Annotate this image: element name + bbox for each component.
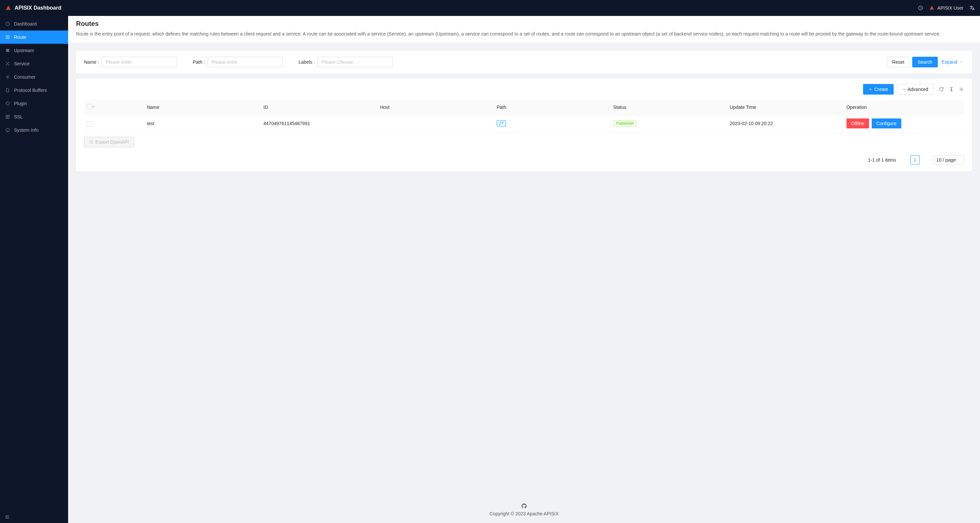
advanced-label: Advanced xyxy=(908,87,928,92)
help-icon[interactable]: ? xyxy=(918,5,923,11)
ssl-icon xyxy=(5,114,10,119)
svg-rect-3 xyxy=(6,35,9,38)
prev-page-button[interactable]: 〈 xyxy=(901,157,908,163)
search-button[interactable]: Search xyxy=(912,57,937,67)
search-bar: Name Path Labels Reset Search Expand xyxy=(76,51,972,73)
user-logo-icon xyxy=(929,5,934,11)
sidebar-item-system-info[interactable]: System Info xyxy=(0,124,68,137)
path-input[interactable] xyxy=(208,57,283,67)
cell-id: 447049761145487991 xyxy=(261,114,377,133)
page-number[interactable]: 1 xyxy=(910,155,920,165)
pagination-summary: 1-1 of 1 items xyxy=(868,157,896,163)
plugin-icon xyxy=(5,101,10,106)
sidebar-item-protocol-buffers[interactable]: Protocol Buffers xyxy=(0,84,68,97)
path-label: Path xyxy=(192,59,205,65)
svg-point-10 xyxy=(6,64,6,65)
svg-point-12 xyxy=(7,63,8,64)
sidebar-item-plugin[interactable]: Plugin xyxy=(0,97,68,110)
sidebar-item-consumer[interactable]: Consumer xyxy=(0,70,68,84)
upstream-icon xyxy=(5,48,10,53)
main-content: Routes Route is the entry point of a req… xyxy=(68,16,980,523)
cell-update-time: 2023-02-10 09:20:22 xyxy=(727,114,844,133)
name-label: Name xyxy=(84,59,99,65)
consumer-icon xyxy=(5,74,10,79)
col-status: Status xyxy=(611,100,727,114)
sidebar-item-label: SSL xyxy=(14,114,22,119)
configure-button[interactable]: Configure xyxy=(872,119,901,128)
copyright: Copyright © 2023 Apache APISIX xyxy=(68,511,980,517)
sidebar-item-upstream[interactable]: Upstream xyxy=(0,44,68,57)
sidebar-item-label: System Info xyxy=(14,127,38,133)
cell-host xyxy=(377,114,494,133)
export-openapi-button[interactable]: Export OpenAPI xyxy=(84,137,134,147)
sidebar-item-dashboard[interactable]: Dashboard xyxy=(0,17,68,30)
chevron-down-icon xyxy=(959,60,963,64)
collapse-sidebar-icon[interactable] xyxy=(5,514,64,520)
sidebar-item-label: Plugin xyxy=(14,101,27,106)
expand-button[interactable]: Expand xyxy=(940,57,964,67)
language-icon[interactable] xyxy=(969,5,975,11)
sidebar: Dashboard Route Upstream Service Consume… xyxy=(0,16,68,523)
offline-button[interactable]: Offline xyxy=(846,119,869,128)
pagination: 1-1 of 1 items 〈 1 〉 10 / page xyxy=(84,155,964,165)
cell-status: Published xyxy=(613,120,637,127)
col-name: Name xyxy=(144,100,261,114)
name-input[interactable] xyxy=(102,57,177,67)
svg-rect-7 xyxy=(6,51,9,52)
svg-point-16 xyxy=(961,89,962,90)
reload-icon[interactable] xyxy=(939,87,944,92)
expand-label: Expand xyxy=(942,59,958,65)
route-icon xyxy=(5,35,10,40)
svg-rect-5 xyxy=(6,49,9,50)
svg-rect-6 xyxy=(6,50,9,51)
svg-rect-4 xyxy=(7,36,8,38)
col-update-time: Update Time xyxy=(727,100,844,114)
chevron-down-icon xyxy=(958,158,961,162)
logo-icon xyxy=(5,5,11,11)
sidebar-item-route[interactable]: Route xyxy=(0,30,68,44)
chevron-down-icon: ▾ xyxy=(93,105,94,109)
row-checkbox[interactable] xyxy=(87,121,92,127)
svg-text:?: ? xyxy=(920,6,921,10)
create-button[interactable]: Create xyxy=(863,84,894,95)
page-size-label: 10 / page xyxy=(937,157,956,163)
file-icon xyxy=(5,88,10,93)
routes-table: ▾ Name ID Host Path Status Update Time O… xyxy=(84,100,964,133)
table-row: test 447049761145487991 /* Published 202… xyxy=(84,114,964,133)
col-host: Host xyxy=(377,100,494,114)
app-title: APISIX Dashboard xyxy=(14,5,61,11)
svg-point-11 xyxy=(8,64,9,65)
cell-name: test xyxy=(144,114,261,133)
sidebar-item-label: Service xyxy=(14,61,30,67)
col-path: Path xyxy=(494,100,611,114)
footer: Copyright © 2023 Apache APISIX xyxy=(68,496,980,523)
github-icon[interactable] xyxy=(68,503,980,509)
sidebar-item-ssl[interactable]: SSL xyxy=(0,110,68,124)
sidebar-item-label: Consumer xyxy=(14,74,35,80)
cell-path: /* xyxy=(496,120,506,127)
advanced-button[interactable]: Advanced xyxy=(897,84,934,95)
app-header: APISIX Dashboard ? APISIX User xyxy=(0,0,980,16)
sidebar-item-service[interactable]: Service xyxy=(0,57,68,70)
dashboard-icon xyxy=(5,22,10,26)
reset-button[interactable]: Reset xyxy=(887,57,910,67)
col-id: ID xyxy=(261,100,377,114)
plus-icon xyxy=(869,87,872,91)
col-operation: Operation xyxy=(844,100,964,114)
next-page-button[interactable]: 〉 xyxy=(922,157,929,163)
labels-label: Labels xyxy=(299,59,315,65)
settings-icon[interactable] xyxy=(959,87,964,92)
user-menu[interactable]: APISIX User xyxy=(929,5,963,11)
page-description: Route is the entry point of a request, w… xyxy=(76,30,972,38)
sidebar-item-label: Upstream xyxy=(14,48,34,53)
page-size-select[interactable]: 10 / page xyxy=(934,155,964,165)
select-all-checkbox[interactable]: ▾ xyxy=(87,104,94,109)
sidebar-menu: Dashboard Route Upstream Service Consume… xyxy=(0,16,68,138)
table-header-row: ▾ Name ID Host Path Status Update Time O… xyxy=(84,100,964,114)
svg-point-13 xyxy=(7,76,8,78)
density-icon[interactable] xyxy=(949,87,954,92)
labels-select[interactable] xyxy=(318,57,393,67)
page-header: Routes Route is the entry point of a req… xyxy=(68,16,980,43)
user-name: APISIX User xyxy=(937,5,963,11)
routes-table-card: Create Advanced xyxy=(76,79,972,171)
